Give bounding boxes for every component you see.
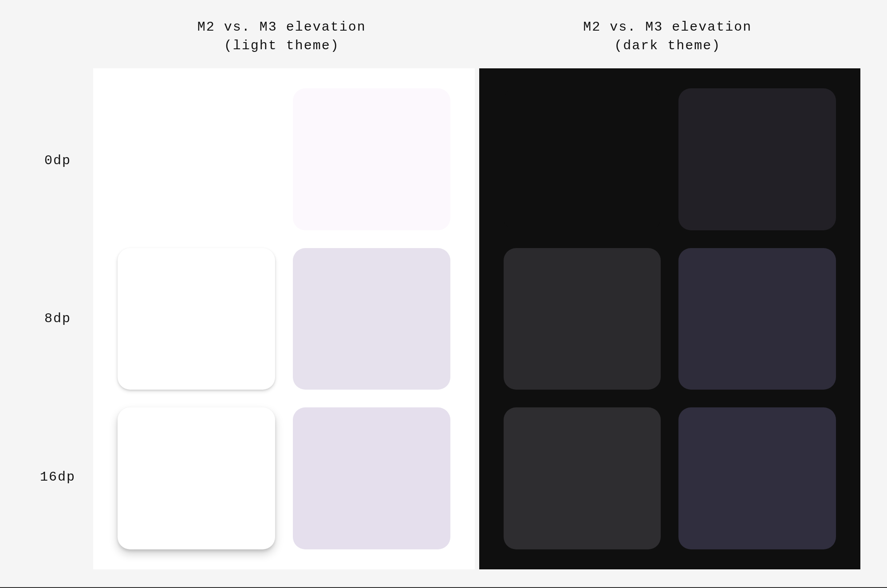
- swatch-m2-light-16dp: [118, 407, 275, 549]
- elevation-comparison-diagram: M2 vs. M3 elevation (light theme) M2 vs.…: [27, 18, 860, 569]
- row-label-8dp: 8dp: [44, 240, 71, 398]
- swatch-m3-light-8dp: [293, 248, 450, 390]
- swatch-m3-dark-8dp: [678, 248, 836, 390]
- swatch-m2-dark-8dp: [504, 248, 661, 390]
- swatch-m3-light-0dp: [293, 88, 450, 230]
- swatch-m2-dark-16dp: [504, 407, 661, 549]
- swatch-m2-light-8dp: [118, 248, 275, 390]
- elevation-row-labels: 0dp 8dp 16dp: [27, 68, 89, 569]
- row-label-0dp: 0dp: [44, 82, 71, 240]
- swatch-m3-dark-0dp: [678, 88, 836, 230]
- light-theme-panel: [93, 68, 475, 569]
- swatch-m3-light-16dp: [293, 407, 450, 549]
- swatch-m3-dark-16dp: [678, 407, 836, 549]
- row-label-16dp: 16dp: [40, 398, 75, 556]
- corner-spacer: [27, 18, 89, 68]
- header-light-theme: M2 vs. M3 elevation (light theme): [89, 18, 475, 68]
- swatch-m2-dark-0dp: [504, 88, 661, 230]
- header-dark-theme: M2 vs. M3 elevation (dark theme): [475, 18, 861, 68]
- dark-theme-panel: [479, 68, 861, 569]
- swatch-m2-light-0dp: [118, 88, 275, 230]
